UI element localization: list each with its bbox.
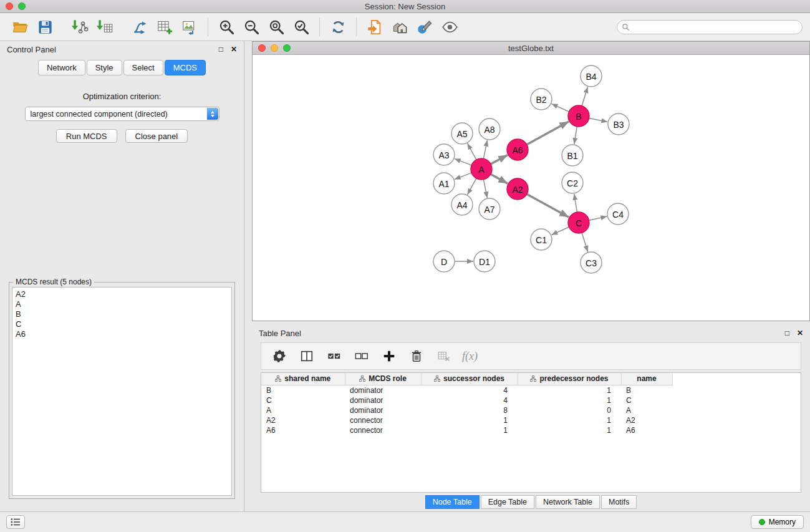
edge-C-C2[interactable] <box>574 194 577 212</box>
panel-splitter[interactable] <box>244 41 252 511</box>
import-table-button[interactable] <box>92 15 117 39</box>
mcds-result-item[interactable]: A6 <box>16 329 228 339</box>
column-header-mcds-role[interactable]: MCDS role <box>345 373 421 385</box>
network-minimize-button[interactable] <box>271 44 278 52</box>
table-row[interactable]: A2connector11A2 <box>261 415 672 425</box>
edge-A6-B[interactable] <box>527 122 569 145</box>
tab-motifs[interactable]: Motifs <box>601 495 637 509</box>
float-panel-icon[interactable]: □ <box>219 45 223 54</box>
float-table-panel-icon[interactable]: □ <box>785 329 789 337</box>
new-network-button[interactable] <box>127 15 152 39</box>
toggle-view-button[interactable] <box>437 15 462 39</box>
new-table-button[interactable] <box>152 15 177 39</box>
close-panel-icon[interactable]: ✕ <box>231 45 237 54</box>
import-network-button[interactable] <box>67 15 92 39</box>
edge-C-C1[interactable] <box>551 227 569 235</box>
close-table-panel-icon[interactable]: ✕ <box>797 329 803 337</box>
node-A3[interactable]: A3 <box>433 144 455 165</box>
column-header-shared-name[interactable]: shared name <box>261 373 345 385</box>
edge-A-A6[interactable] <box>491 155 508 165</box>
open-document-button[interactable] <box>362 15 387 39</box>
edge-A2-C[interactable] <box>527 194 569 217</box>
memory-button[interactable]: Memory <box>751 515 804 529</box>
zoom-window-button[interactable] <box>18 2 26 10</box>
edge-A-A8[interactable] <box>483 140 487 159</box>
tab-node-table[interactable]: Node Table <box>425 495 480 509</box>
tab-style[interactable]: Style <box>87 60 122 75</box>
node-A4[interactable]: A4 <box>451 194 473 215</box>
tab-select[interactable]: Select <box>123 60 163 75</box>
add-row-button[interactable] <box>380 346 398 366</box>
edge-B-B4[interactable] <box>582 87 588 106</box>
node-A2[interactable]: A2 <box>507 178 528 200</box>
node-A1[interactable]: A1 <box>433 173 455 194</box>
search-box[interactable] <box>617 20 803 34</box>
node-C1[interactable]: C1 <box>531 229 552 250</box>
save-session-button[interactable] <box>32 15 57 39</box>
table-mode-button[interactable] <box>270 346 289 366</box>
node-B1[interactable]: B1 <box>562 145 583 166</box>
edge-B-B3[interactable] <box>589 118 608 122</box>
zoom-out-button[interactable] <box>239 15 264 39</box>
mcds-result-item[interactable]: A <box>16 299 228 309</box>
close-panel-button[interactable]: Close panel <box>125 129 188 143</box>
node-B3[interactable]: B3 <box>608 114 629 135</box>
edge-A-A2[interactable] <box>491 174 508 183</box>
network-canvas[interactable]: AA1A2A3A4A5A6A7A8BB1B2B3B4CC1C2C3C4DD1 <box>253 55 809 321</box>
node-C[interactable]: C <box>568 212 589 233</box>
table-row[interactable]: A6connector11A6 <box>261 425 672 435</box>
edge-B-B2[interactable] <box>551 104 569 112</box>
network-close-button[interactable] <box>258 44 266 52</box>
tab-edge-table[interactable]: Edge Table <box>481 495 534 509</box>
mcds-result-item[interactable]: A2 <box>16 289 228 299</box>
node-A[interactable]: A <box>471 158 492 180</box>
table-row[interactable]: Cdominator41C <box>261 395 672 405</box>
mcds-result-item[interactable]: B <box>16 309 228 319</box>
edge-B-B1[interactable] <box>574 127 577 144</box>
function-builder-button[interactable]: f(x) <box>462 346 478 366</box>
search-input[interactable] <box>632 22 798 31</box>
node-A6[interactable]: A6 <box>507 139 528 160</box>
node-C2[interactable]: C2 <box>562 172 583 193</box>
node-A5[interactable]: A5 <box>451 123 473 144</box>
annotations-button[interactable] <box>412 15 437 39</box>
node-C4[interactable]: C4 <box>607 203 629 225</box>
edge-C-C4[interactable] <box>589 216 607 220</box>
zoom-selected-button[interactable] <box>289 15 314 39</box>
edge-A-A3[interactable] <box>455 158 471 165</box>
table-row[interactable]: Bdominator41B <box>261 385 672 395</box>
zoom-in-button[interactable] <box>214 15 239 39</box>
run-mcds-button[interactable]: Run MCDS <box>56 129 117 143</box>
column-header-successor-nodes[interactable]: successor nodes <box>421 373 518 385</box>
open-session-button[interactable] <box>7 15 32 39</box>
tab-mcds[interactable]: MCDS <box>165 60 206 75</box>
optimization-dropdown[interactable]: largest connected component (directed) <box>25 107 219 121</box>
node-B[interactable]: B <box>568 105 589 127</box>
select-all-button[interactable] <box>325 346 344 366</box>
node-A8[interactable]: A8 <box>479 118 500 140</box>
task-history-button[interactable] <box>6 515 25 529</box>
table-row[interactable]: Adominator80A <box>261 405 672 415</box>
export-image-button[interactable] <box>177 15 202 39</box>
node-B2[interactable]: B2 <box>531 89 552 110</box>
tab-network-table[interactable]: Network Table <box>536 495 600 509</box>
mcds-result-item[interactable]: C <box>16 319 228 329</box>
refresh-button[interactable] <box>325 15 350 39</box>
column-header-predecessor-nodes[interactable]: predecessor nodes <box>518 373 621 385</box>
edge-C-C3[interactable] <box>582 233 588 252</box>
edge-A-A5[interactable] <box>468 143 476 160</box>
column-header-name[interactable]: name <box>621 373 672 385</box>
close-window-button[interactable] <box>6 2 13 10</box>
delete-table-button[interactable] <box>435 346 453 366</box>
home-button[interactable] <box>387 15 412 39</box>
deselect-all-button[interactable] <box>352 346 371 366</box>
mcds-result-list[interactable]: A2ABCA6 <box>12 287 232 496</box>
edge-A-A4[interactable] <box>468 178 476 195</box>
edge-A-A7[interactable] <box>483 180 487 198</box>
delete-row-button[interactable] <box>407 346 426 366</box>
network-zoom-button[interactable] <box>283 44 291 52</box>
split-view-button[interactable] <box>297 346 316 366</box>
node-C3[interactable]: C3 <box>581 252 602 273</box>
node-D[interactable]: D <box>433 251 455 272</box>
node-D1[interactable]: D1 <box>474 251 495 272</box>
